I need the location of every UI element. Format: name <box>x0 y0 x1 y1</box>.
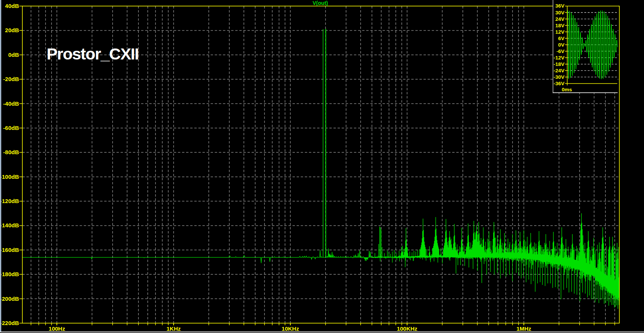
svg-text:10KHz: 10KHz <box>282 325 299 332</box>
svg-text:-30V: -30V <box>553 74 564 80</box>
svg-text:-18V: -18V <box>553 61 564 67</box>
svg-text:-120dB: -120dB <box>0 198 19 204</box>
svg-text:-180dB: -180dB <box>0 271 19 277</box>
svg-text:0V: 0V <box>558 42 564 48</box>
svg-text:30V: 30V <box>555 10 564 16</box>
svg-text:1MHz: 1MHz <box>516 325 531 332</box>
svg-text:-80dB: -80dB <box>3 149 19 155</box>
svg-text:0dB: 0dB <box>8 52 19 58</box>
svg-text:6V: 6V <box>558 36 564 41</box>
svg-text:-140dB: -140dB <box>0 222 19 228</box>
svg-text:-36V: -36V <box>553 81 564 86</box>
svg-text:100Hz: 100Hz <box>49 325 65 332</box>
svg-text:-200dB: -200dB <box>0 295 19 302</box>
svg-text:-100dB: -100dB <box>0 174 19 180</box>
svg-text:100KHz: 100KHz <box>397 325 417 332</box>
svg-text:20dB: 20dB <box>5 27 19 33</box>
svg-text:-220dB: -220dB <box>0 320 19 326</box>
svg-text:-20dB: -20dB <box>3 76 19 82</box>
svg-text:V(out): V(out) <box>313 0 328 6</box>
svg-text:24V: 24V <box>555 16 564 22</box>
svg-text:18V: 18V <box>555 23 564 28</box>
svg-text:12V: 12V <box>555 29 564 35</box>
svg-text:-60dB: -60dB <box>3 125 19 131</box>
svg-text:-24V: -24V <box>553 68 564 73</box>
svg-text:-40dB: -40dB <box>3 100 19 107</box>
svg-text:-12V: -12V <box>553 55 564 61</box>
svg-text:40dB: 40dB <box>5 3 19 9</box>
svg-text:-160dB: -160dB <box>0 247 19 253</box>
svg-text:36V: 36V <box>555 3 564 9</box>
svg-text:-6V: -6V <box>556 48 564 54</box>
svg-text:Prostor_CXII: Prostor_CXII <box>47 45 139 63</box>
svg-text:0ms: 0ms <box>562 87 572 92</box>
svg-text:1KHz: 1KHz <box>166 325 181 332</box>
